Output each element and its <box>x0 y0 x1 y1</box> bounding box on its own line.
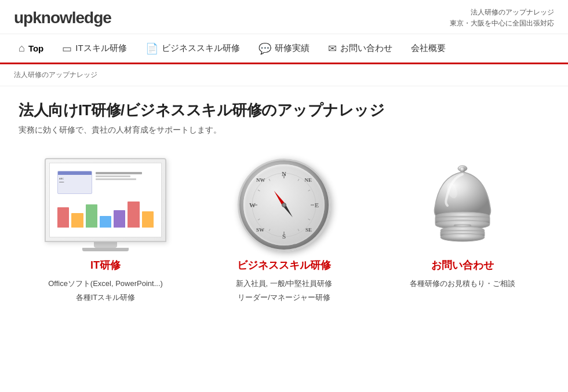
card-contact-title: お問い合わせ <box>431 258 494 272</box>
main-content: 法人向けIT研修/ビジネススキル研修のアップナレッジ 実務に効く研修で、貴社の人… <box>0 86 568 318</box>
card-it[interactable]: ABC━━━━ <box>28 159 183 304</box>
header: upknowledge 法人研修のアップナレッジ 東京・大阪を中心に全国出張対応 <box>0 0 568 34</box>
monitor-screen: ABC━━━━ <box>45 158 166 242</box>
card-it-title: IT研修 <box>90 258 121 272</box>
card-business-title: ビジネススキル研修 <box>237 258 331 272</box>
svg-point-21 <box>440 233 485 241</box>
header-tagline: 法人研修のアップナレッジ 東京・大阪を中心に全国出張対応 <box>450 7 554 29</box>
nav-item-contact[interactable]: ✉ お問い合わせ <box>319 34 402 63</box>
page-subtitle: 実務に効く研修で、貴社の人材育成をサポートします。 <box>19 125 549 135</box>
nav-label-top: Top <box>28 43 43 53</box>
cards-container: ABC━━━━ <box>19 159 549 304</box>
nav-item-results[interactable]: 💬 研修実績 <box>249 34 319 63</box>
card-business[interactable]: N S E W NE NW SE SW <box>206 159 362 304</box>
nav-item-about[interactable]: 会社概要 <box>402 34 455 63</box>
compass-icon: N S E W NE NW SE SW <box>238 159 330 251</box>
nav-label-it-training: ITスキル研修 <box>75 43 126 54</box>
card-it-desc: Officeソフト(Excel, PowerPoint...) 各種ITスキル研… <box>48 277 163 304</box>
page-title: 法人向けIT研修/ビジネススキル研修のアップナレッジ <box>19 100 549 120</box>
nav-item-business-training[interactable]: 📄 ビジネススキル研修 <box>136 34 249 63</box>
logo-text: upknowledge <box>14 9 111 27</box>
document-icon: 📄 <box>145 42 158 55</box>
nav-item-it-training[interactable]: ▭ ITスキル研修 <box>53 34 136 63</box>
breadcrumb-text: 法人研修のアップナレッジ <box>14 71 97 79</box>
compass-needle-container <box>243 164 325 246</box>
it-icon: ABC━━━━ <box>39 159 172 251</box>
tagline-line2: 東京・大阪を中心に全国出張対応 <box>450 18 554 29</box>
card-contact[interactable]: お問い合わせ 各種研修のお見積もり・ご相談 <box>385 159 540 304</box>
home-icon: ⌂ <box>19 42 25 54</box>
nav-label-contact: お問い合わせ <box>340 43 392 54</box>
nav-label-business-training: ビジネススキル研修 <box>162 43 240 54</box>
bell-icon <box>416 159 509 251</box>
nav-label-results: 研修実績 <box>275 43 310 54</box>
breadcrumb: 法人研修のアップナレッジ <box>0 64 568 86</box>
nav-label-about: 会社概要 <box>411 43 446 54</box>
card-contact-desc: 各種研修のお見積もり・ご相談 <box>410 277 515 290</box>
card-business-desc: 新入社員, 一般/中堅社員研修 リーダー/マネージャー研修 <box>236 277 333 304</box>
chat-icon: 💬 <box>258 42 271 55</box>
tagline-line1: 法人研修のアップナレッジ <box>450 7 554 18</box>
monitor-icon: ▭ <box>62 42 72 55</box>
navigation: ⌂ Top ▭ ITスキル研修 📄 ビジネススキル研修 💬 研修実績 ✉ お問い… <box>0 34 568 64</box>
mail-icon: ✉ <box>328 42 337 55</box>
nav-item-top[interactable]: ⌂ Top <box>9 34 53 63</box>
logo[interactable]: upknowledge <box>14 9 111 27</box>
bell-svg <box>422 162 503 248</box>
svg-rect-14 <box>460 167 465 172</box>
